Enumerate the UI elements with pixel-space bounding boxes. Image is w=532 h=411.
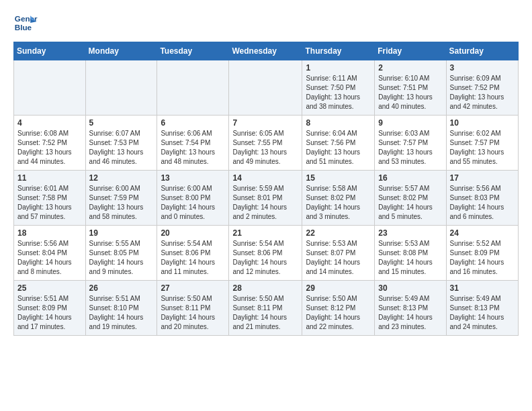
page-container: General Blue SundayMondayTuesdayWednesda… [0, 0, 532, 347]
day-info: Sunrise: 6:04 AM Sunset: 7:56 PM Dayligh… [306, 129, 371, 167]
calendar-cell: 10Sunrise: 6:02 AM Sunset: 7:57 PM Dayli… [446, 116, 518, 171]
calendar-cell: 28Sunrise: 5:50 AM Sunset: 8:11 PM Dayli… [229, 281, 302, 336]
weekday-header-monday: Monday [85, 42, 157, 60]
day-number: 23 [378, 228, 442, 238]
calendar-table: SundayMondayTuesdayWednesdayThursdayFrid… [13, 42, 519, 336]
day-info: Sunrise: 5:58 AM Sunset: 8:02 PM Dayligh… [306, 184, 371, 222]
calendar-cell: 29Sunrise: 5:50 AM Sunset: 8:12 PM Dayli… [302, 281, 375, 336]
calendar-cell [157, 60, 229, 116]
day-info: Sunrise: 5:50 AM Sunset: 8:12 PM Dayligh… [306, 294, 371, 332]
calendar-week-row: 1Sunrise: 6:11 AM Sunset: 7:50 PM Daylig… [14, 60, 519, 116]
weekday-header-wednesday: Wednesday [229, 42, 302, 60]
day-number: 21 [232, 228, 298, 238]
calendar-cell: 16Sunrise: 5:57 AM Sunset: 8:02 PM Dayli… [375, 171, 446, 226]
calendar-cell: 24Sunrise: 5:52 AM Sunset: 8:09 PM Dayli… [446, 226, 518, 281]
day-number: 7 [232, 118, 298, 128]
calendar-cell: 4Sunrise: 6:08 AM Sunset: 7:52 PM Daylig… [14, 116, 86, 171]
day-number: 10 [450, 118, 515, 128]
weekday-header-sunday: Sunday [14, 42, 86, 60]
day-info: Sunrise: 6:00 AM Sunset: 8:00 PM Dayligh… [161, 184, 225, 222]
day-info: Sunrise: 6:03 AM Sunset: 7:57 PM Dayligh… [378, 129, 442, 167]
day-number: 27 [161, 283, 225, 293]
calendar-cell: 27Sunrise: 5:50 AM Sunset: 8:11 PM Dayli… [157, 281, 229, 336]
calendar-cell: 2Sunrise: 6:10 AM Sunset: 7:51 PM Daylig… [375, 60, 446, 116]
day-number: 12 [89, 173, 154, 183]
weekday-header-friday: Friday [375, 42, 446, 60]
calendar-cell [229, 60, 302, 116]
weekday-header-saturday: Saturday [446, 42, 518, 60]
calendar-cell: 6Sunrise: 6:06 AM Sunset: 7:54 PM Daylig… [157, 116, 229, 171]
day-info: Sunrise: 5:55 AM Sunset: 8:05 PM Dayligh… [89, 239, 154, 277]
day-info: Sunrise: 6:05 AM Sunset: 7:55 PM Dayligh… [232, 129, 298, 167]
day-number: 20 [161, 228, 225, 238]
day-info: Sunrise: 5:57 AM Sunset: 8:02 PM Dayligh… [378, 184, 442, 222]
day-info: Sunrise: 5:56 AM Sunset: 8:04 PM Dayligh… [17, 239, 82, 277]
day-info: Sunrise: 5:50 AM Sunset: 8:11 PM Dayligh… [161, 294, 225, 332]
day-number: 2 [378, 63, 442, 73]
day-number: 9 [378, 118, 442, 128]
weekday-header-tuesday: Tuesday [157, 42, 229, 60]
calendar-cell: 26Sunrise: 5:51 AM Sunset: 8:10 PM Dayli… [85, 281, 157, 336]
calendar-cell: 5Sunrise: 6:07 AM Sunset: 7:53 PM Daylig… [85, 116, 157, 171]
day-number: 30 [378, 283, 442, 293]
day-info: Sunrise: 5:49 AM Sunset: 8:13 PM Dayligh… [450, 294, 515, 332]
day-number: 14 [232, 173, 298, 183]
day-info: Sunrise: 6:08 AM Sunset: 7:52 PM Dayligh… [17, 129, 82, 167]
day-number: 17 [450, 173, 515, 183]
calendar-cell: 8Sunrise: 6:04 AM Sunset: 7:56 PM Daylig… [302, 116, 375, 171]
calendar-cell: 12Sunrise: 6:00 AM Sunset: 7:59 PM Dayli… [85, 171, 157, 226]
calendar-week-row: 11Sunrise: 6:01 AM Sunset: 7:58 PM Dayli… [14, 171, 519, 226]
day-info: Sunrise: 6:10 AM Sunset: 7:51 PM Dayligh… [378, 74, 442, 111]
header: General Blue [13, 11, 519, 35]
calendar-cell: 18Sunrise: 5:56 AM Sunset: 8:04 PM Dayli… [14, 226, 86, 281]
day-number: 25 [17, 283, 82, 293]
calendar-cell: 1Sunrise: 6:11 AM Sunset: 7:50 PM Daylig… [302, 60, 375, 116]
calendar-cell: 21Sunrise: 5:54 AM Sunset: 8:06 PM Dayli… [229, 226, 302, 281]
svg-text:Blue: Blue [15, 23, 32, 32]
logo-icon: General Blue [13, 11, 38, 35]
calendar-cell: 25Sunrise: 5:51 AM Sunset: 8:09 PM Dayli… [14, 281, 86, 336]
day-number: 1 [306, 63, 371, 73]
day-number: 6 [161, 118, 225, 128]
calendar-cell: 13Sunrise: 6:00 AM Sunset: 8:00 PM Dayli… [157, 171, 229, 226]
day-number: 5 [89, 118, 154, 128]
day-number: 29 [306, 283, 371, 293]
day-info: Sunrise: 5:54 AM Sunset: 8:06 PM Dayligh… [161, 239, 225, 277]
day-info: Sunrise: 5:51 AM Sunset: 8:10 PM Dayligh… [89, 294, 154, 332]
calendar-cell: 17Sunrise: 5:56 AM Sunset: 8:03 PM Dayli… [446, 171, 518, 226]
calendar-cell [85, 60, 157, 116]
day-number: 26 [89, 283, 154, 293]
day-info: Sunrise: 5:50 AM Sunset: 8:11 PM Dayligh… [232, 294, 298, 332]
calendar-cell: 22Sunrise: 5:53 AM Sunset: 8:07 PM Dayli… [302, 226, 375, 281]
day-info: Sunrise: 5:59 AM Sunset: 8:01 PM Dayligh… [232, 184, 298, 222]
day-info: Sunrise: 6:06 AM Sunset: 7:54 PM Dayligh… [161, 129, 225, 167]
day-info: Sunrise: 6:00 AM Sunset: 7:59 PM Dayligh… [89, 184, 154, 222]
day-number: 18 [17, 228, 82, 238]
day-number: 3 [450, 63, 515, 73]
day-info: Sunrise: 5:49 AM Sunset: 8:13 PM Dayligh… [378, 294, 442, 332]
calendar-week-row: 18Sunrise: 5:56 AM Sunset: 8:04 PM Dayli… [14, 226, 519, 281]
day-number: 4 [17, 118, 82, 128]
day-number: 31 [450, 283, 515, 293]
calendar-cell: 7Sunrise: 6:05 AM Sunset: 7:55 PM Daylig… [229, 116, 302, 171]
weekday-header-thursday: Thursday [302, 42, 375, 60]
calendar-cell: 15Sunrise: 5:58 AM Sunset: 8:02 PM Dayli… [302, 171, 375, 226]
calendar-cell: 20Sunrise: 5:54 AM Sunset: 8:06 PM Dayli… [157, 226, 229, 281]
day-number: 8 [306, 118, 371, 128]
day-info: Sunrise: 5:53 AM Sunset: 8:07 PM Dayligh… [306, 239, 371, 277]
calendar-cell: 31Sunrise: 5:49 AM Sunset: 8:13 PM Dayli… [446, 281, 518, 336]
calendar-cell: 14Sunrise: 5:59 AM Sunset: 8:01 PM Dayli… [229, 171, 302, 226]
calendar-cell: 30Sunrise: 5:49 AM Sunset: 8:13 PM Dayli… [375, 281, 446, 336]
day-info: Sunrise: 5:52 AM Sunset: 8:09 PM Dayligh… [450, 239, 515, 277]
day-info: Sunrise: 5:56 AM Sunset: 8:03 PM Dayligh… [450, 184, 515, 222]
calendar-cell: 9Sunrise: 6:03 AM Sunset: 7:57 PM Daylig… [375, 116, 446, 171]
day-info: Sunrise: 5:51 AM Sunset: 8:09 PM Dayligh… [17, 294, 82, 332]
day-info: Sunrise: 6:01 AM Sunset: 7:58 PM Dayligh… [17, 184, 82, 222]
day-info: Sunrise: 5:54 AM Sunset: 8:06 PM Dayligh… [232, 239, 298, 277]
day-number: 24 [450, 228, 515, 238]
logo: General Blue [13, 11, 38, 35]
weekday-header-row: SundayMondayTuesdayWednesdayThursdayFrid… [14, 42, 519, 60]
day-number: 22 [306, 228, 371, 238]
day-info: Sunrise: 6:07 AM Sunset: 7:53 PM Dayligh… [89, 129, 154, 167]
day-number: 15 [306, 173, 371, 183]
